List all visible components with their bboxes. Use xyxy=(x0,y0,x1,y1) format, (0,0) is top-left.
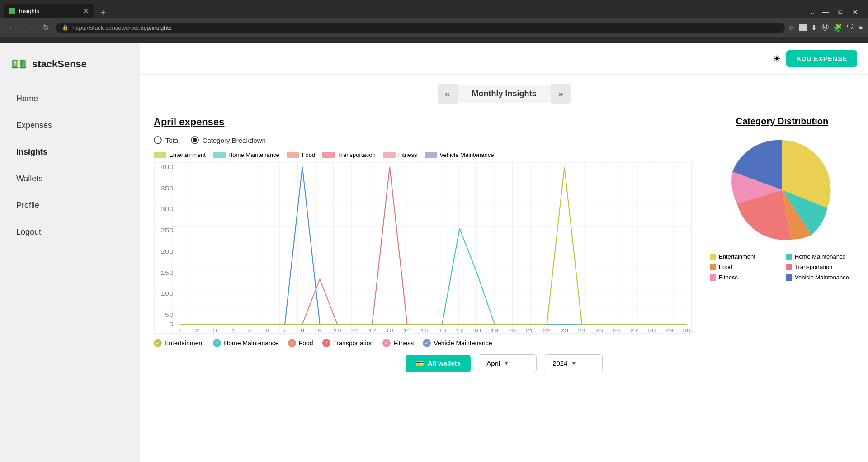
radio-total[interactable]: Total xyxy=(154,136,180,144)
content-area: « Monthly Insights » April expenses Tota… xyxy=(140,75,868,388)
checkbox-entertainment-label: Entertainment xyxy=(165,339,204,347)
wallet-icon: 💳 xyxy=(415,359,424,368)
tab-close-button[interactable]: ✕ xyxy=(83,7,89,15)
svg-text:21: 21 xyxy=(525,328,533,333)
chart-legend: Entertainment Home Maintenance Food xyxy=(154,151,692,158)
radio-total-label: Total xyxy=(165,137,180,144)
url-display: https://stack-sense.vercel.app/insights xyxy=(72,24,172,31)
address-bar[interactable]: 🔒 https://stack-sense.vercel.app/insight… xyxy=(56,23,785,33)
sidebar-item-home[interactable]: Home xyxy=(4,86,136,112)
checkbox-home-maintenance-label: Home Maintenance xyxy=(224,339,278,347)
legend-home-maintenance-label: Home Maintenance xyxy=(228,151,279,158)
pie-legend-food: Food xyxy=(710,264,778,270)
radio-category-label: Category Breakdown xyxy=(203,137,266,144)
profile-icon[interactable]: Ⓜ xyxy=(821,23,829,33)
svg-text:28: 28 xyxy=(648,328,656,333)
legend-vehicle-maintenance-color xyxy=(425,152,437,158)
nav-menu: Home Expenses Insights Wallets Profile L… xyxy=(0,86,140,245)
pie-legend-transportation: Transportation xyxy=(786,264,854,270)
svg-text:5: 5 xyxy=(248,328,252,333)
svg-text:23: 23 xyxy=(561,328,569,333)
svg-text:22: 22 xyxy=(543,328,551,333)
logo-icon: 💵 xyxy=(11,57,27,71)
svg-text:0: 0 xyxy=(169,322,174,328)
sidebar-item-insights[interactable]: Insights xyxy=(4,139,136,165)
legend-food-label: Food xyxy=(302,151,316,158)
sidebar-item-expenses[interactable]: Expenses xyxy=(4,113,136,138)
browser-action-buttons: ☆ 🅿 ⬇ Ⓜ 🧩 🛡 ≡ xyxy=(788,23,863,33)
pie-legend-entertainment-label: Entertainment xyxy=(719,253,755,260)
pie-legend-entertainment: Entertainment xyxy=(710,253,778,260)
monthly-nav: « Monthly Insights » xyxy=(154,84,854,104)
tab-dropdown-icon[interactable]: ⌄ xyxy=(810,9,816,16)
svg-text:9: 9 xyxy=(318,328,322,333)
bottom-filters: 💳 All wallets April ▼ 2024 ▼ xyxy=(154,347,854,379)
prev-month-button[interactable]: « xyxy=(438,84,458,104)
svg-text:100: 100 xyxy=(160,291,174,297)
active-tab[interactable]: Insights ✕ xyxy=(4,4,94,18)
month-select[interactable]: April ▼ xyxy=(478,354,537,372)
checkbox-transportation[interactable]: ✓ Transportation xyxy=(322,339,374,347)
menu-icon[interactable]: ≡ xyxy=(859,24,863,32)
svg-text:11: 11 xyxy=(351,328,359,333)
sidebar-item-wallets[interactable]: Wallets xyxy=(4,166,136,192)
checkbox-food[interactable]: ✓ Food xyxy=(288,339,313,347)
line-chart-container: 400 350 300 250 200 150 100 50 0 1 2 xyxy=(154,162,692,334)
pocket-icon[interactable]: 🅿 xyxy=(799,24,807,32)
add-expense-button[interactable]: ADD EXPENSE xyxy=(786,50,857,67)
wallet-btn-label: All wallets xyxy=(428,359,461,367)
new-tab-button[interactable]: + xyxy=(98,8,108,18)
legend-vehicle-maintenance: Vehicle Maintenance xyxy=(425,151,494,158)
sidebar-item-logout[interactable]: Logout xyxy=(4,219,136,245)
svg-text:26: 26 xyxy=(613,328,621,333)
checkbox-vehicle-maintenance[interactable]: ✓ Vehicle Maintenance xyxy=(423,339,492,347)
pie-legend-vehicle-maintenance: Vehicle Maintenance xyxy=(786,274,854,281)
pie-legend-fitness: Fitness xyxy=(710,274,778,281)
refresh-button[interactable]: ↻ xyxy=(40,21,52,34)
pie-chart-svg xyxy=(728,136,836,244)
svg-text:30: 30 xyxy=(683,328,691,333)
svg-text:2: 2 xyxy=(196,328,200,333)
checkbox-home-maintenance[interactable]: ✓ Home Maintenance xyxy=(213,339,278,347)
browser-chrome: Insights ✕ + ⌄ — ⧉ ✕ ← → ↻ 🔒 https://sta… xyxy=(0,0,868,43)
bookmark-icon[interactable]: ☆ xyxy=(788,24,795,32)
checkbox-fitness[interactable]: ✓ Fitness xyxy=(382,339,414,347)
checkbox-entertainment[interactable]: ✓ Entertainment xyxy=(154,339,204,347)
svg-text:250: 250 xyxy=(160,228,174,234)
minimize-button[interactable]: — xyxy=(819,6,832,18)
close-window-button[interactable]: ✕ xyxy=(849,6,861,18)
forward-button[interactable]: → xyxy=(23,21,36,34)
app-container: 💵 stackSense Home Expenses Insights Wall… xyxy=(0,43,868,462)
all-wallets-button[interactable]: 💳 All wallets xyxy=(406,355,471,372)
security-icon: 🔒 xyxy=(62,24,69,31)
theme-toggle-button[interactable]: ☀ xyxy=(773,53,781,64)
pie-legend-food-label: Food xyxy=(719,264,732,270)
udblock-icon[interactable]: 🛡 xyxy=(847,24,854,32)
extensions-icon[interactable]: 🧩 xyxy=(833,24,842,32)
maximize-button[interactable]: ⧉ xyxy=(835,6,846,18)
legend-home-maintenance: Home Maintenance xyxy=(213,151,279,158)
back-button[interactable]: ← xyxy=(5,21,19,34)
radio-group: Total Category Breakdown xyxy=(154,136,692,144)
download-icon[interactable]: ⬇ xyxy=(811,24,817,32)
checkbox-transportation-icon: ✓ xyxy=(322,339,330,347)
svg-text:16: 16 xyxy=(438,328,446,333)
year-select[interactable]: 2024 ▼ xyxy=(544,354,603,372)
radio-category[interactable]: Category Breakdown xyxy=(191,136,266,144)
pie-legend-transportation-label: Transportation xyxy=(795,264,832,270)
monthly-insights-title: Monthly Insights xyxy=(458,85,551,103)
svg-text:50: 50 xyxy=(165,312,174,318)
legend-entertainment-label: Entertainment xyxy=(169,151,206,158)
checkbox-food-label: Food xyxy=(299,339,313,347)
month-arrow-icon: ▼ xyxy=(504,360,509,367)
svg-text:300: 300 xyxy=(160,207,174,212)
svg-text:150: 150 xyxy=(160,270,174,276)
checkbox-vehicle-maintenance-icon: ✓ xyxy=(423,339,431,347)
checkbox-entertainment-icon: ✓ xyxy=(154,339,162,347)
sidebar-item-profile[interactable]: Profile xyxy=(4,193,136,218)
legend-food-color xyxy=(287,152,299,158)
svg-text:25: 25 xyxy=(595,328,604,333)
legend-fitness: Fitness xyxy=(383,151,417,158)
next-month-button[interactable]: » xyxy=(551,84,571,104)
svg-text:8: 8 xyxy=(300,328,304,333)
